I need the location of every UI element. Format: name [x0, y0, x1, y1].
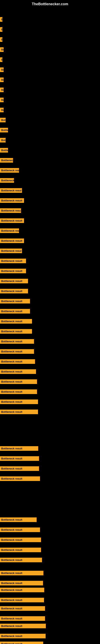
list-item: Bo [0, 97, 3, 103]
item-label: Bottleneck result [0, 379, 37, 384]
item-label: Bottleneck result [0, 329, 32, 334]
item-label: Bottleneck result [0, 588, 44, 592]
list-item: Bottleneck result [0, 456, 39, 462]
item-label: B [0, 17, 2, 22]
item-label: Bottleneck result [0, 581, 43, 586]
list-item: Bottleneck result [0, 218, 24, 224]
list-item: Bottleneck result [0, 445, 38, 452]
item-label: Bo [0, 88, 3, 92]
item-label: Bott [0, 118, 6, 122]
list-item: Bo [0, 87, 3, 93]
list-item: Bottleneck result [0, 198, 24, 204]
list-item: Bottle [0, 127, 8, 133]
item-label: Bottleneck result [0, 616, 45, 621]
item-label: Bo [0, 68, 3, 72]
item-label: Bottleneck result [0, 518, 37, 522]
item-label: Bottleneck result [0, 238, 24, 243]
list-item: Bottleneck result [0, 318, 32, 324]
list-item: Bottleneck result [0, 547, 41, 553]
item-label: B [0, 27, 2, 32]
list-item: Bottleneck result [0, 623, 46, 629]
list-item: Bottleneck result [0, 238, 24, 244]
list-item: Bottleneck result [0, 298, 30, 304]
item-label: Bottleneck result [0, 538, 41, 542]
item-label: Bottleneck result [0, 446, 38, 451]
list-item: Bottleneck result [0, 409, 38, 415]
item-label: Bo [0, 108, 3, 112]
list-item: Bottleneck result [0, 557, 42, 563]
item-label: Bottleneck result [0, 218, 24, 223]
item-label: Bottleneck result [0, 339, 34, 344]
item-label: Bottleneck res [0, 228, 19, 233]
item-label: Bottle [0, 148, 8, 152]
item-label: Bo [0, 47, 3, 52]
item-label: Bo [0, 98, 3, 102]
item-label: Bottleneck result [0, 299, 30, 304]
list-item: Bottleneck result [0, 597, 44, 603]
list-item: Bottleneck result [0, 587, 44, 593]
list-item: Bottleneck result [0, 527, 40, 533]
list-item: Bo [0, 46, 3, 53]
item-label: Bottleneck result [0, 606, 45, 611]
list-item: Bott [0, 117, 6, 123]
item-label: Bottleneck result [0, 528, 40, 532]
list-item: Bottleneck result [0, 633, 46, 639]
list-item: Bo [0, 66, 3, 73]
list-item: Bottleneck result [0, 641, 43, 644]
list-item: Bottleneck [0, 177, 14, 184]
item-label: Bottleneck result [0, 558, 42, 562]
item-label: Bottleneck result [0, 269, 26, 273]
item-label: Bottleneck result [0, 198, 24, 203]
item-label: Bottleneck result [0, 400, 38, 404]
item-label: Bottleneck result [0, 624, 46, 628]
item-label: Bottleneck res [0, 168, 19, 173]
item-label: Bottleneck result [0, 598, 44, 602]
list-item: Bottleneck result [0, 328, 32, 334]
list-item: Bottleneck result [0, 348, 34, 354]
list-item: Bottleneck resul [0, 248, 22, 254]
item-label: Bottleneck resul [0, 248, 22, 253]
list-item: Bottleneck res [0, 167, 19, 174]
item-label: Bo [0, 78, 3, 82]
list-item: B [0, 56, 2, 63]
list-item: B [0, 36, 2, 43]
item-label: Bottleneck result [0, 410, 38, 414]
item-label: Bottleneck result [0, 309, 30, 314]
item-label: Bottleneck result [0, 466, 39, 471]
list-item: Bottle [0, 147, 8, 153]
item-label: Bottleneck result [0, 349, 34, 354]
list-item: Bottleneck result [0, 388, 37, 395]
list-item: Bott [0, 137, 6, 143]
list-item: Bottleneck result [0, 378, 37, 385]
item-label: Bottleneck result [0, 359, 35, 364]
list-item: Bottleneck result [0, 399, 38, 405]
list-item: Bottleneck result [0, 268, 26, 274]
list-item: Bottleneck result [0, 537, 41, 543]
item-label: Bottleneck result [0, 456, 39, 461]
list-item: Bottleneck result [0, 516, 37, 523]
list-item: Bottleneck result [0, 570, 43, 576]
list-item: Bo [0, 107, 3, 113]
item-label: B [0, 37, 2, 42]
list-item: Bottleneck result [0, 466, 39, 472]
item-label: Bottleneck result [0, 476, 40, 481]
item-label: Bottle [0, 128, 8, 132]
item-label: Bottleneck result [0, 390, 37, 394]
item-label: Bottleneck result [0, 369, 36, 374]
items-container: BBBBoBBoBoBoBoBoBottBottleBottBottleBott… [0, 7, 100, 644]
item-label: Bottleneck result [0, 258, 26, 263]
list-item: Bottleneck result [0, 278, 28, 284]
list-item: Bottleneck resu [0, 208, 21, 214]
item-label: Bottleneck [0, 178, 14, 183]
list-item: Bottleneck result [0, 605, 45, 612]
item-label: Bottleneck result [0, 279, 28, 283]
list-item: Bottleneck result [0, 476, 40, 482]
list-item: Bottlenec [0, 157, 13, 164]
list-item: Bottleneck result [0, 308, 30, 314]
list-item: B [0, 26, 2, 32]
item-label: B [0, 57, 2, 62]
item-label: Bottleneck result [0, 634, 46, 638]
item-label: Bottleneck resul [0, 188, 22, 193]
item-label: Bottleneck result [0, 642, 43, 644]
list-item: Bottleneck result [0, 358, 35, 365]
